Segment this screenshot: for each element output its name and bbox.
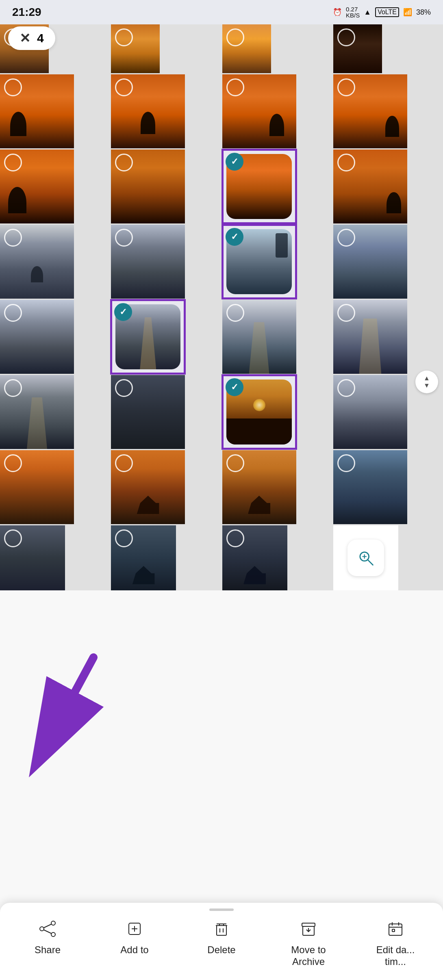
selection-count: 4	[37, 31, 44, 45]
share-icon	[36, 917, 59, 940]
photo-cell[interactable]	[0, 525, 65, 590]
close-icon[interactable]: ✕	[20, 30, 30, 46]
photo-cell[interactable]	[222, 450, 296, 524]
photo-cell[interactable]	[0, 225, 74, 299]
svg-rect-24	[389, 924, 402, 935]
select-circle	[337, 154, 355, 171]
select-circle-checked	[114, 303, 132, 321]
archive-icon	[297, 917, 320, 940]
editdate-label: Edit da...tim...	[376, 944, 415, 968]
photo-cell[interactable]	[0, 450, 74, 524]
select-circle	[4, 229, 22, 247]
select-circle	[226, 78, 244, 96]
share-label: Share	[35, 944, 61, 956]
select-circle	[4, 379, 22, 397]
select-circle	[115, 379, 133, 397]
select-circle	[226, 304, 244, 322]
wifi-icon: ▲	[364, 8, 371, 17]
arrow-annotation	[12, 649, 110, 781]
select-circle	[337, 379, 355, 397]
svg-point-8	[51, 932, 55, 937]
magnify-icon	[356, 548, 376, 568]
zoom-button[interactable]	[347, 540, 384, 576]
photo-cell[interactable]	[0, 375, 74, 449]
select-circle	[337, 304, 355, 322]
select-circle	[4, 529, 22, 547]
photo-cell[interactable]	[333, 375, 407, 449]
status-icons: ⏰ 0.27KB/S ▲ VoLTE 📶 38%	[333, 6, 431, 18]
photo-cell[interactable]	[333, 300, 407, 374]
svg-line-5	[37, 657, 93, 763]
calendar-icon	[384, 917, 407, 940]
select-circle	[115, 78, 133, 96]
select-circle	[337, 28, 355, 46]
status-time: 21:29	[12, 6, 41, 19]
photo-cell[interactable]	[333, 450, 407, 524]
network-speed: 0.27KB/S	[346, 6, 360, 18]
archive-action[interactable]: Move toArchive	[284, 917, 333, 968]
archive-label: Move toArchive	[291, 944, 326, 968]
photo-cell[interactable]	[333, 150, 407, 223]
delete-action[interactable]: Delete	[197, 917, 246, 956]
photo-cell[interactable]	[111, 375, 185, 449]
photo-cell[interactable]	[111, 525, 176, 590]
select-circle	[4, 454, 22, 472]
select-circle	[226, 529, 244, 547]
svg-line-9	[44, 924, 52, 928]
photo-grid	[0, 24, 443, 590]
photo-cell[interactable]	[111, 225, 185, 299]
photo-cell[interactable]	[222, 24, 271, 73]
photo-cell[interactable]	[111, 150, 185, 223]
photo-cell[interactable]	[111, 24, 160, 73]
photo-cell[interactable]	[0, 300, 74, 374]
select-circle	[226, 28, 244, 46]
volte-icon: VoLTE	[375, 7, 399, 17]
selection-badge: ✕ 4	[8, 26, 55, 50]
signal-icon: 📶	[403, 8, 412, 17]
photo-cell-zoom[interactable]	[333, 525, 398, 590]
photo-cell[interactable]	[333, 24, 382, 73]
select-circle	[337, 454, 355, 472]
svg-rect-28	[392, 929, 395, 932]
select-circle	[115, 28, 133, 46]
photo-cell[interactable]	[333, 74, 407, 148]
scroll-up-icon: ▲	[423, 375, 430, 382]
select-circle	[115, 529, 133, 547]
scroll-down-icon: ▼	[423, 382, 430, 389]
photo-cell[interactable]	[0, 150, 74, 223]
select-circle	[337, 78, 355, 96]
select-circle	[4, 78, 22, 96]
delete-label: Delete	[207, 944, 235, 956]
delete-icon	[210, 917, 233, 940]
photo-cell[interactable]	[333, 225, 407, 299]
photo-cell-selected[interactable]	[222, 225, 296, 299]
bottom-actions: Share Add to	[0, 917, 443, 968]
photo-cell-selected[interactable]	[111, 300, 185, 374]
photo-cell[interactable]	[222, 525, 287, 590]
photo-cell[interactable]	[0, 74, 74, 148]
photo-cell[interactable]	[111, 74, 185, 148]
select-circle	[4, 304, 22, 322]
alarm-icon: ⏰	[333, 8, 342, 17]
select-circle	[115, 229, 133, 247]
editdate-action[interactable]: Edit da...tim...	[371, 917, 420, 968]
addto-action[interactable]: Add to	[110, 917, 159, 956]
select-circle	[4, 154, 22, 171]
photo-cell[interactable]	[222, 74, 296, 148]
photo-cell-selected[interactable]	[222, 150, 296, 223]
bottom-sheet-handle	[209, 908, 234, 911]
bottom-sheet: Share Add to	[0, 903, 443, 980]
photo-cell-selected[interactable]	[222, 375, 296, 449]
svg-rect-14	[217, 926, 226, 935]
photo-cell[interactable]	[222, 300, 296, 374]
select-circle	[115, 454, 133, 472]
select-circle-checked	[226, 228, 243, 246]
battery-icon: 38%	[416, 8, 431, 17]
scroll-indicator[interactable]: ▲ ▼	[415, 371, 438, 393]
photo-cell[interactable]	[111, 450, 185, 524]
svg-line-10	[44, 930, 52, 934]
photo-grid-wrapper: ▲ ▼	[0, 24, 443, 590]
addto-icon	[123, 917, 146, 940]
select-circle	[337, 229, 355, 247]
share-action[interactable]: Share	[23, 917, 72, 956]
